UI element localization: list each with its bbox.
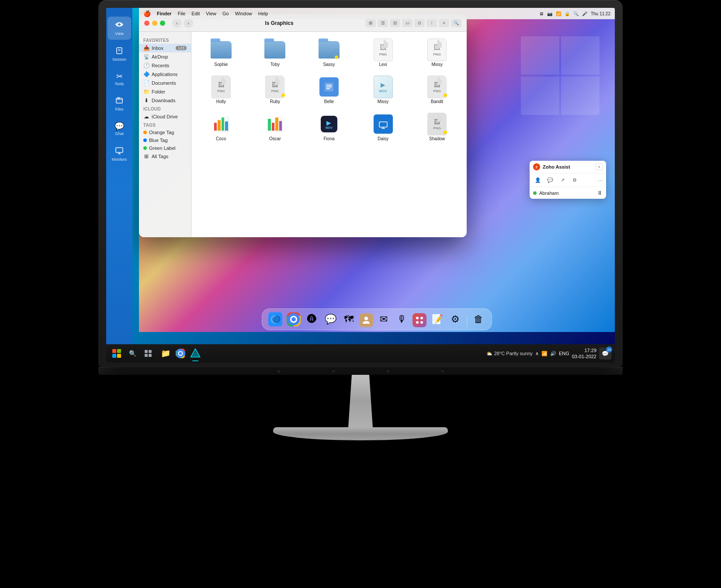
list-item[interactable]: Oscar bbox=[250, 111, 301, 144]
column-view-btn[interactable]: ⊟ bbox=[390, 19, 400, 27]
list-item[interactable]: Daisy bbox=[358, 111, 409, 144]
start-button[interactable] bbox=[110, 346, 124, 360]
sidebar-label-session: Session bbox=[112, 57, 126, 62]
dock-notes[interactable]: 📝 bbox=[429, 311, 445, 327]
traffic-lights bbox=[144, 21, 165, 26]
list-item[interactable]: 🖼 PNG Missy bbox=[412, 36, 462, 70]
dock-launchpad[interactable] bbox=[412, 313, 426, 327]
minimize-button[interactable] bbox=[152, 21, 157, 26]
edit-menu[interactable]: Edit bbox=[191, 11, 200, 16]
sidebar-item-chat[interactable]: 💬 Ghat bbox=[107, 119, 131, 140]
taskbar-chrome[interactable] bbox=[173, 346, 187, 360]
dock-sysprefs[interactable]: ⚙ bbox=[447, 311, 463, 327]
list-item[interactable]: 🖼 PNG Ruby bbox=[250, 73, 301, 107]
list-item[interactable]: Belle bbox=[304, 73, 354, 107]
go-menu[interactable]: Go bbox=[222, 11, 229, 16]
sidebar-icloud-drive[interactable]: ☁ iCloud Drive bbox=[139, 112, 191, 121]
svg-rect-13 bbox=[379, 122, 387, 127]
list-item[interactable]: Sassy bbox=[304, 36, 354, 70]
dock-mail[interactable]: ✉ bbox=[376, 311, 392, 327]
sidebar-documents[interactable]: 📄 Documents bbox=[139, 79, 191, 87]
zoho-settings-btn[interactable]: ⚙ bbox=[570, 175, 579, 185]
list-item[interactable]: 🖼 PNG Holly bbox=[196, 73, 246, 107]
language-indicator[interactable]: ENG bbox=[559, 351, 569, 356]
taskbar-file-manager[interactable]: 📁 bbox=[159, 346, 173, 360]
sidebar-inbox[interactable]: 📥 Inbox 123 bbox=[139, 44, 191, 52]
list-item[interactable]: ▶ MOV Missy bbox=[358, 73, 409, 107]
clock-time: 17:29 bbox=[572, 347, 596, 353]
svg-point-23 bbox=[416, 317, 419, 319]
system-tray-expand[interactable]: ∧ bbox=[535, 351, 539, 356]
taskbar-search[interactable]: 🔍 bbox=[125, 346, 139, 360]
brightness-up[interactable] bbox=[387, 370, 389, 373]
back-button[interactable]: ‹ bbox=[172, 18, 182, 28]
sidebar-folder[interactable]: 📁 Folder bbox=[139, 87, 191, 96]
sidebar-airdrop[interactable]: 📡 AirDrop bbox=[139, 52, 191, 61]
action-btn[interactable]: ⊙ bbox=[414, 19, 425, 27]
dock-maps[interactable]: 🗺 bbox=[341, 311, 357, 327]
sidebar-orange-tag[interactable]: Orange Tag bbox=[139, 128, 191, 136]
zoho-more-button[interactable]: ··· bbox=[598, 177, 603, 183]
sidebar-green-label[interactable]: Green Label bbox=[139, 144, 191, 152]
sidebar-item-tools[interactable]: ✂ Tools bbox=[107, 69, 131, 90]
maximize-button[interactable] bbox=[160, 21, 165, 26]
forward-button[interactable]: › bbox=[184, 18, 193, 28]
dock-messages[interactable]: 💬 bbox=[322, 311, 338, 327]
volume-tray-icon[interactable]: 🔊 bbox=[550, 351, 556, 356]
power-button[interactable] bbox=[277, 370, 280, 373]
sidebar-item-session[interactable]: Session bbox=[107, 43, 131, 66]
list-item[interactable]: Toby bbox=[250, 36, 301, 70]
list-item[interactable]: 🖼 PNG Shadow bbox=[412, 111, 462, 144]
dock-chrome[interactable] bbox=[286, 311, 302, 327]
dock-finder[interactable]: 🔵 bbox=[267, 311, 283, 327]
list-view-btn[interactable]: ☰ bbox=[378, 19, 388, 27]
list-item[interactable]: 🖼 PNG Lexi bbox=[358, 36, 409, 70]
icon-view-btn[interactable]: ⊞ bbox=[365, 19, 376, 27]
sidebar-recents[interactable]: 🕐 Recents bbox=[139, 61, 191, 70]
taskbar-clock[interactable]: 17:29 03-01-2022 bbox=[572, 347, 596, 360]
belle-icon bbox=[318, 76, 340, 98]
wifi-tray-icon[interactable]: 📶 bbox=[541, 351, 548, 356]
sidebar-item-monitors[interactable]: Monitors bbox=[107, 143, 131, 166]
sidebar-all-tags[interactable]: ⊞ All Tags bbox=[139, 152, 191, 161]
sidebar-item-files[interactable]: Files bbox=[107, 93, 131, 115]
session-pause-button[interactable]: ⏸ bbox=[597, 190, 603, 196]
notification-center[interactable]: 💬 20 bbox=[599, 347, 611, 360]
menu-button[interactable] bbox=[332, 370, 335, 373]
dock-trash[interactable]: 🗑 bbox=[471, 311, 486, 327]
more-btn[interactable]: » bbox=[439, 19, 449, 27]
zoho-close-button[interactable]: × bbox=[596, 163, 603, 170]
dock-podcasts[interactable]: 🎙 bbox=[394, 311, 410, 327]
weather-widget[interactable]: ⛅ 28°C Partly sunny bbox=[486, 351, 533, 356]
list-item[interactable]: 🖼 PNG Bandit bbox=[412, 73, 462, 107]
list-item[interactable]: Coco bbox=[196, 111, 246, 144]
dock-contacts[interactable] bbox=[359, 313, 373, 327]
window-menu[interactable]: Window bbox=[235, 11, 252, 16]
taskbar-apps: 📁 bbox=[159, 346, 202, 360]
gallery-view-btn[interactable]: ▭ bbox=[402, 19, 412, 27]
search-icon[interactable]: 🔍 bbox=[573, 11, 579, 16]
apple-menu[interactable]: 🍎 bbox=[143, 10, 151, 17]
sidebar-item-view[interactable]: View bbox=[107, 17, 131, 40]
task-view-button[interactable] bbox=[141, 346, 155, 360]
brightness-down[interactable] bbox=[441, 370, 444, 373]
finder-menu[interactable]: Finder bbox=[157, 11, 172, 16]
file-menu[interactable]: File bbox=[178, 11, 186, 16]
lexi-name: Lexi bbox=[379, 62, 387, 67]
siri-icon[interactable]: 🎤 bbox=[582, 11, 587, 16]
close-button[interactable] bbox=[144, 21, 149, 26]
sidebar-downloads[interactable]: ⬇ Downloads bbox=[139, 96, 191, 105]
sidebar-blue-tag[interactable]: Blue Tag bbox=[139, 136, 191, 144]
view-menu[interactable]: View bbox=[206, 11, 216, 16]
sidebar-applications[interactable]: 🔷 Applications bbox=[139, 70, 191, 79]
zoho-share-btn[interactable]: ↗ bbox=[558, 175, 567, 185]
dock-appstore[interactable]: 🅐 bbox=[304, 311, 320, 327]
help-menu[interactable]: Help bbox=[258, 11, 268, 16]
list-item[interactable]: Sophie bbox=[196, 36, 246, 70]
zoho-chat-btn[interactable]: 💬 bbox=[545, 175, 555, 185]
list-item[interactable]: ▶ MOV Fiona bbox=[304, 111, 354, 144]
share-btn[interactable]: ↑ bbox=[426, 19, 437, 27]
search-btn[interactable]: 🔍 bbox=[451, 19, 461, 27]
zoho-user-btn[interactable]: 👤 bbox=[533, 175, 543, 185]
taskbar-zoho[interactable] bbox=[188, 346, 202, 360]
